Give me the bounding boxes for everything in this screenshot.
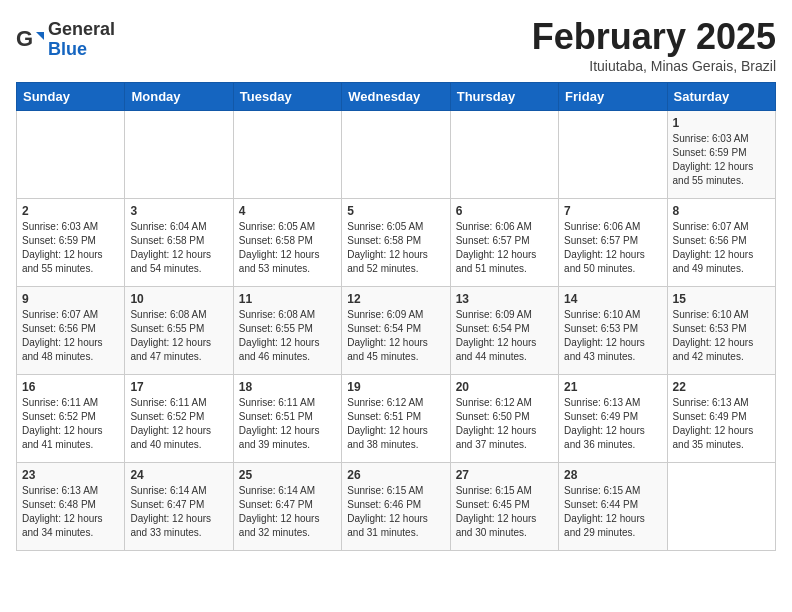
page-header: G General Blue February 2025 Ituiutaba, …: [16, 16, 776, 74]
day-number: 10: [130, 292, 227, 306]
logo: G General Blue: [16, 20, 115, 60]
day-info: Sunrise: 6:15 AM Sunset: 6:44 PM Dayligh…: [564, 484, 661, 540]
day-info: Sunrise: 6:09 AM Sunset: 6:54 PM Dayligh…: [456, 308, 553, 364]
calendar-week-2: 2Sunrise: 6:03 AM Sunset: 6:59 PM Daylig…: [17, 199, 776, 287]
calendar-cell: [17, 111, 125, 199]
calendar-cell: 17Sunrise: 6:11 AM Sunset: 6:52 PM Dayli…: [125, 375, 233, 463]
day-info: Sunrise: 6:03 AM Sunset: 6:59 PM Dayligh…: [22, 220, 119, 276]
svg-marker-1: [36, 32, 44, 40]
calendar-cell: 23Sunrise: 6:13 AM Sunset: 6:48 PM Dayli…: [17, 463, 125, 551]
calendar-cell: 5Sunrise: 6:05 AM Sunset: 6:58 PM Daylig…: [342, 199, 450, 287]
calendar-cell: 9Sunrise: 6:07 AM Sunset: 6:56 PM Daylig…: [17, 287, 125, 375]
day-number: 8: [673, 204, 770, 218]
day-info: Sunrise: 6:14 AM Sunset: 6:47 PM Dayligh…: [130, 484, 227, 540]
day-number: 7: [564, 204, 661, 218]
day-info: Sunrise: 6:10 AM Sunset: 6:53 PM Dayligh…: [564, 308, 661, 364]
weekday-header-monday: Monday: [125, 83, 233, 111]
weekday-header-saturday: Saturday: [667, 83, 775, 111]
calendar-cell: 18Sunrise: 6:11 AM Sunset: 6:51 PM Dayli…: [233, 375, 341, 463]
calendar-cell: [342, 111, 450, 199]
svg-text:G: G: [16, 26, 33, 51]
day-info: Sunrise: 6:13 AM Sunset: 6:49 PM Dayligh…: [564, 396, 661, 452]
day-info: Sunrise: 6:11 AM Sunset: 6:52 PM Dayligh…: [130, 396, 227, 452]
calendar-cell: 10Sunrise: 6:08 AM Sunset: 6:55 PM Dayli…: [125, 287, 233, 375]
calendar-week-1: 1Sunrise: 6:03 AM Sunset: 6:59 PM Daylig…: [17, 111, 776, 199]
calendar-cell: 16Sunrise: 6:11 AM Sunset: 6:52 PM Dayli…: [17, 375, 125, 463]
calendar-cell: 3Sunrise: 6:04 AM Sunset: 6:58 PM Daylig…: [125, 199, 233, 287]
calendar-cell: 12Sunrise: 6:09 AM Sunset: 6:54 PM Dayli…: [342, 287, 450, 375]
calendar-cell: [559, 111, 667, 199]
weekday-header-thursday: Thursday: [450, 83, 558, 111]
day-number: 12: [347, 292, 444, 306]
day-number: 18: [239, 380, 336, 394]
calendar-cell: 26Sunrise: 6:15 AM Sunset: 6:46 PM Dayli…: [342, 463, 450, 551]
day-number: 2: [22, 204, 119, 218]
month-title: February 2025: [532, 16, 776, 58]
calendar-week-3: 9Sunrise: 6:07 AM Sunset: 6:56 PM Daylig…: [17, 287, 776, 375]
day-info: Sunrise: 6:06 AM Sunset: 6:57 PM Dayligh…: [456, 220, 553, 276]
day-number: 6: [456, 204, 553, 218]
day-number: 27: [456, 468, 553, 482]
day-number: 23: [22, 468, 119, 482]
calendar-cell: 27Sunrise: 6:15 AM Sunset: 6:45 PM Dayli…: [450, 463, 558, 551]
weekday-header-tuesday: Tuesday: [233, 83, 341, 111]
calendar-cell: [125, 111, 233, 199]
calendar-cell: [233, 111, 341, 199]
calendar-cell: 24Sunrise: 6:14 AM Sunset: 6:47 PM Dayli…: [125, 463, 233, 551]
calendar-table: SundayMondayTuesdayWednesdayThursdayFrid…: [16, 82, 776, 551]
day-info: Sunrise: 6:03 AM Sunset: 6:59 PM Dayligh…: [673, 132, 770, 188]
day-info: Sunrise: 6:13 AM Sunset: 6:48 PM Dayligh…: [22, 484, 119, 540]
day-number: 16: [22, 380, 119, 394]
calendar-week-5: 23Sunrise: 6:13 AM Sunset: 6:48 PM Dayli…: [17, 463, 776, 551]
logo-icon: G: [16, 26, 44, 54]
title-block: February 2025 Ituiutaba, Minas Gerais, B…: [532, 16, 776, 74]
calendar-cell: [667, 463, 775, 551]
day-info: Sunrise: 6:07 AM Sunset: 6:56 PM Dayligh…: [673, 220, 770, 276]
calendar-cell: 1Sunrise: 6:03 AM Sunset: 6:59 PM Daylig…: [667, 111, 775, 199]
calendar-cell: [450, 111, 558, 199]
day-number: 21: [564, 380, 661, 394]
calendar-cell: 8Sunrise: 6:07 AM Sunset: 6:56 PM Daylig…: [667, 199, 775, 287]
weekday-header-row: SundayMondayTuesdayWednesdayThursdayFrid…: [17, 83, 776, 111]
day-number: 17: [130, 380, 227, 394]
day-info: Sunrise: 6:11 AM Sunset: 6:51 PM Dayligh…: [239, 396, 336, 452]
calendar-cell: 13Sunrise: 6:09 AM Sunset: 6:54 PM Dayli…: [450, 287, 558, 375]
weekday-header-friday: Friday: [559, 83, 667, 111]
day-info: Sunrise: 6:13 AM Sunset: 6:49 PM Dayligh…: [673, 396, 770, 452]
day-info: Sunrise: 6:15 AM Sunset: 6:45 PM Dayligh…: [456, 484, 553, 540]
calendar-cell: 15Sunrise: 6:10 AM Sunset: 6:53 PM Dayli…: [667, 287, 775, 375]
day-info: Sunrise: 6:12 AM Sunset: 6:50 PM Dayligh…: [456, 396, 553, 452]
day-info: Sunrise: 6:15 AM Sunset: 6:46 PM Dayligh…: [347, 484, 444, 540]
calendar-week-4: 16Sunrise: 6:11 AM Sunset: 6:52 PM Dayli…: [17, 375, 776, 463]
calendar-cell: 22Sunrise: 6:13 AM Sunset: 6:49 PM Dayli…: [667, 375, 775, 463]
day-number: 11: [239, 292, 336, 306]
day-number: 28: [564, 468, 661, 482]
day-info: Sunrise: 6:07 AM Sunset: 6:56 PM Dayligh…: [22, 308, 119, 364]
day-number: 4: [239, 204, 336, 218]
weekday-header-sunday: Sunday: [17, 83, 125, 111]
calendar-cell: 25Sunrise: 6:14 AM Sunset: 6:47 PM Dayli…: [233, 463, 341, 551]
day-number: 25: [239, 468, 336, 482]
calendar-cell: 11Sunrise: 6:08 AM Sunset: 6:55 PM Dayli…: [233, 287, 341, 375]
day-number: 5: [347, 204, 444, 218]
calendar-cell: 21Sunrise: 6:13 AM Sunset: 6:49 PM Dayli…: [559, 375, 667, 463]
day-number: 3: [130, 204, 227, 218]
day-number: 15: [673, 292, 770, 306]
day-number: 13: [456, 292, 553, 306]
logo-blue-text: Blue: [48, 40, 115, 60]
day-number: 1: [673, 116, 770, 130]
day-info: Sunrise: 6:05 AM Sunset: 6:58 PM Dayligh…: [347, 220, 444, 276]
day-number: 14: [564, 292, 661, 306]
day-number: 26: [347, 468, 444, 482]
weekday-header-wednesday: Wednesday: [342, 83, 450, 111]
day-info: Sunrise: 6:08 AM Sunset: 6:55 PM Dayligh…: [130, 308, 227, 364]
calendar-cell: 20Sunrise: 6:12 AM Sunset: 6:50 PM Dayli…: [450, 375, 558, 463]
day-number: 9: [22, 292, 119, 306]
day-info: Sunrise: 6:14 AM Sunset: 6:47 PM Dayligh…: [239, 484, 336, 540]
day-info: Sunrise: 6:08 AM Sunset: 6:55 PM Dayligh…: [239, 308, 336, 364]
calendar-cell: 6Sunrise: 6:06 AM Sunset: 6:57 PM Daylig…: [450, 199, 558, 287]
day-number: 20: [456, 380, 553, 394]
logo-general-text: General: [48, 20, 115, 40]
location-subtitle: Ituiutaba, Minas Gerais, Brazil: [532, 58, 776, 74]
day-number: 22: [673, 380, 770, 394]
